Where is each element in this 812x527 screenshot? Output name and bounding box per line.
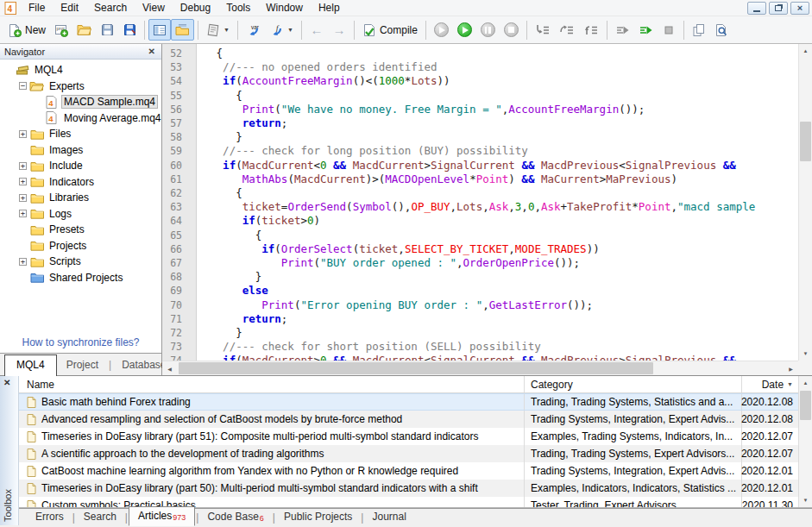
menu-item-search[interactable]: Search <box>86 1 135 15</box>
compile-button[interactable]: Compile <box>358 19 422 41</box>
code-line[interactable]: 53 //--- no opened orders identified <box>162 60 798 74</box>
goto-function-button[interactable]: f ▼ <box>266 19 298 41</box>
navigate-forward-button[interactable]: → <box>328 19 350 41</box>
start-profiling-button[interactable] <box>611 19 634 41</box>
plus-expander-icon[interactable]: + <box>19 258 27 266</box>
horizontal-scroll-thumb[interactable] <box>179 362 653 374</box>
code-line[interactable]: 60 if(MacdCurrent<0 && MacdCurrent>Signa… <box>162 159 798 173</box>
table-row[interactable]: Basic math behind Forex tradingTrading, … <box>19 393 798 411</box>
save-button[interactable] <box>96 19 118 41</box>
tree-item-scripts[interactable]: +Scripts <box>0 254 161 270</box>
menu-item-edit[interactable]: Edit <box>53 1 86 15</box>
table-row[interactable]: Advanced resampling and selection of Cat… <box>19 411 798 428</box>
column-header-name[interactable]: Name <box>19 379 524 391</box>
stop-debug-button[interactable] <box>500 19 523 41</box>
vertical-scroll-thumb[interactable] <box>800 122 811 161</box>
tree-item-mql4[interactable]: MQL4 <box>0 62 161 78</box>
minimize-button[interactable] <box>747 2 766 15</box>
table-row[interactable]: A scientific approach to the development… <box>19 445 798 462</box>
scroll-left-icon[interactable]: ◀ <box>162 361 177 375</box>
code-line[interactable]: 56 Print("We have no money. Free Margin … <box>162 103 798 116</box>
toolbox-close-button[interactable]: ✕ <box>3 379 10 387</box>
scroll-up-icon[interactable]: ▲ <box>799 44 812 58</box>
code-line[interactable]: 64 if(ticket>0) <box>162 214 798 228</box>
step-out-button[interactable] <box>579 19 603 41</box>
scroll-down-icon[interactable]: ▼ <box>799 347 812 361</box>
restart-debug-button[interactable] <box>430 19 453 41</box>
start-profiling-tester-button[interactable] <box>634 19 658 41</box>
code-line[interactable]: 55 { <box>162 89 798 103</box>
tree-item-indicators[interactable]: +Indicators <box>0 174 161 191</box>
tree-item-files[interactable]: +Files <box>0 126 161 142</box>
navigator-tab-mql4[interactable]: MQL4 <box>4 354 57 376</box>
table-vertical-scrollbar[interactable]: ▲ ▼ <box>798 376 812 507</box>
pause-debug-button[interactable] <box>476 19 500 41</box>
editor-horizontal-scrollbar[interactable]: ◀ ▶ <box>162 361 798 375</box>
plus-expander-icon[interactable]: + <box>19 194 27 202</box>
close-button[interactable]: × <box>790 2 809 15</box>
toggle-navigator-button[interactable] <box>148 19 171 41</box>
step-into-button[interactable] <box>531 19 555 41</box>
copy-button[interactable] <box>688 19 710 41</box>
code-line[interactable]: 54 if(AccountFreeMargin()<(1000*Lots)) <box>162 74 798 88</box>
table-row[interactable]: CatBoost machine learning algorithm from… <box>19 462 798 480</box>
tree-item-projects[interactable]: Projects <box>0 238 161 254</box>
code-line[interactable]: 72 } <box>162 326 798 340</box>
tree-item-images[interactable]: Images <box>0 142 161 159</box>
toolbox-tab-errors[interactable]: Errors <box>28 509 72 525</box>
restore-button[interactable] <box>769 2 788 15</box>
tree-item-logs[interactable]: +Logs <box>0 206 161 223</box>
column-header-category[interactable]: Category <box>524 376 741 392</box>
code-line[interactable]: 74 if(MacdCurrent>0 && MacdCurrent<Signa… <box>162 354 798 361</box>
plus-expander-icon[interactable]: + <box>19 130 27 138</box>
sync-files-link[interactable]: How to synchronize files? <box>0 332 161 353</box>
code-line[interactable]: 69 else <box>162 284 798 298</box>
code-editor[interactable]: 52 {53 //--- no opened orders identified… <box>162 44 812 375</box>
toolbox-tab-journal[interactable]: Journal <box>364 509 413 525</box>
toolbox-tab-search[interactable]: Search <box>76 509 124 525</box>
code-line[interactable]: 58 } <box>162 130 798 144</box>
scroll-right-icon[interactable]: ▶ <box>784 361 798 375</box>
tree-item-shared-projects[interactable]: Shared Projects <box>0 270 161 286</box>
navigator-close-button[interactable]: ✕ <box>147 47 157 56</box>
code-line[interactable]: 65 { <box>162 229 798 242</box>
menu-item-file[interactable]: File <box>21 1 53 15</box>
code-line[interactable]: 71 return; <box>162 312 798 326</box>
code-line[interactable]: 52 { <box>162 47 798 60</box>
code-line[interactable]: 68 } <box>162 270 798 284</box>
navigate-back-button[interactable]: ← <box>305 19 328 41</box>
scroll-up-icon[interactable]: ▲ <box>799 376 812 390</box>
open-button[interactable] <box>72 19 96 41</box>
menu-item-debug[interactable]: Debug <box>173 1 218 15</box>
code-line[interactable]: 61 MathAbs(MacdCurrent)>(MACDOpenLevel*P… <box>162 173 798 186</box>
search-in-files-button[interactable] <box>710 19 733 41</box>
table-row[interactable]: Timeseries in DoEasy library (part 50): … <box>19 480 798 497</box>
toggle-toolbox-button[interactable] <box>171 19 194 41</box>
stop-profiling-button[interactable] <box>658 19 680 41</box>
minus-expander-icon[interactable]: − <box>19 82 27 90</box>
menu-item-tools[interactable]: Tools <box>218 1 258 15</box>
code-line[interactable]: 67 Print("BUY order opened : ",OrderOpen… <box>162 256 798 270</box>
scroll-down-icon[interactable]: ▼ <box>799 493 812 507</box>
editor-vertical-scrollbar[interactable]: ▲ ▼ <box>798 44 812 361</box>
menu-item-window[interactable]: Window <box>258 1 311 15</box>
plus-expander-icon[interactable]: + <box>19 178 27 185</box>
code-line[interactable]: 70 Print("Error opening BUY order : ",Ge… <box>162 298 798 312</box>
code-line[interactable]: 57 return; <box>162 116 798 130</box>
table-scroll-thumb[interactable] <box>800 391 811 420</box>
plus-expander-icon[interactable]: + <box>19 210 27 217</box>
tree-item-include[interactable]: +Include <box>0 158 161 174</box>
code-line[interactable]: 59 //--- check for long position (BUY) p… <box>162 144 798 158</box>
goto-variable-button[interactable]: var <box>242 19 266 41</box>
table-row[interactable]: Timeseries in DoEasy library (part 51): … <box>19 428 798 445</box>
step-over-button[interactable] <box>555 19 579 41</box>
styler-button[interactable]: ▼ <box>202 19 234 41</box>
code-line[interactable]: 73 //--- check for short position (SELL)… <box>162 340 798 354</box>
menu-item-view[interactable]: View <box>135 1 173 15</box>
toolbox-tab-articles[interactable]: Articles973 <box>129 506 195 526</box>
column-header-date[interactable]: Date▼ <box>741 376 798 392</box>
tree-item-presets[interactable]: Presets <box>0 222 161 238</box>
new-project-button[interactable]: proj <box>50 19 72 41</box>
tree-item-libraries[interactable]: +Libraries <box>0 190 161 206</box>
tree-item-macd-sample-mq4[interactable]: 4MACD Sample.mq4 <box>0 94 161 110</box>
